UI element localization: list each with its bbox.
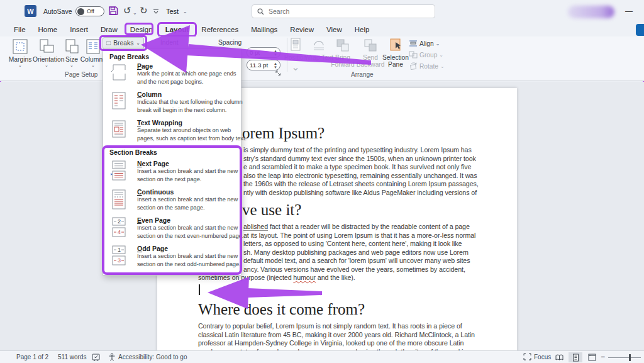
- tab-draw[interactable]: Draw: [94, 24, 124, 35]
- paragraph-line: Contrary to popular belief, Lorem Ipsum …: [198, 322, 462, 330]
- focus-mode-button[interactable]: Focus: [534, 354, 551, 360]
- zoom-slider-track[interactable]: [608, 357, 641, 358]
- tab-home[interactable]: Home: [32, 24, 64, 35]
- selection-pane-icon: [388, 38, 403, 53]
- word-application-window: W AutoSave Off ↺ ⌄ ↻ Test ⌄ — File Home …: [0, 0, 644, 363]
- spacing-after-field[interactable]: 11.3 pt ▲▼: [247, 60, 280, 70]
- page-indicator[interactable]: Page 1 of 2: [16, 354, 48, 360]
- status-bar: Page 1 of 2 511 words Accessibility: Goo…: [0, 350, 644, 363]
- menu-item-even-page[interactable]: 24 Even Page Insert a section break and …: [107, 216, 239, 244]
- svg-text:1: 1: [118, 247, 121, 253]
- paragraph-line: sh. Many desktop publishing packages and…: [243, 249, 469, 256]
- spinner-arrows-icon[interactable]: ▲▼: [274, 49, 277, 57]
- arrange-group-label: Arrange: [351, 71, 374, 78]
- orientation-button[interactable]: Orientation ⌄: [33, 38, 60, 68]
- search-box[interactable]: [252, 4, 435, 18]
- tab-file[interactable]: File: [8, 24, 32, 35]
- chevron-down-icon: ⌄: [436, 41, 440, 47]
- menu-item-column[interactable]: Column Indicate that the text following …: [107, 91, 239, 118]
- next-page-section-break-icon: [111, 160, 127, 182]
- read-mode-icon[interactable]: [552, 352, 566, 362]
- indent-header: Indent: [160, 39, 179, 46]
- margins-button[interactable]: Margins ⌄: [6, 38, 34, 68]
- paragraph-line: professor at Hampden-Sydney College in V…: [198, 339, 464, 347]
- svg-text:3: 3: [118, 257, 121, 264]
- autosave-state: Off: [87, 8, 94, 14]
- tab-references[interactable]: References: [195, 24, 245, 35]
- breaks-icon: [106, 40, 111, 47]
- breaks-dropdown-menu: Page Breaks Page Mark the point at which…: [103, 48, 242, 276]
- menu-item-next-page[interactable]: Next Page Insert a section break and sta…: [107, 160, 239, 187]
- paragraph-line: stry's standard dummy text ever since th…: [243, 155, 476, 162]
- paragraph-line: also the leap into electronic typesettin…: [243, 172, 477, 179]
- margins-icon: [12, 38, 28, 55]
- tab-design[interactable]: Design: [124, 24, 159, 35]
- tab-review[interactable]: Review: [284, 24, 320, 35]
- user-account-blurred[interactable]: [568, 6, 614, 18]
- menu-item-page[interactable]: Page Mark the point at which one page en…: [107, 62, 239, 90]
- undo-icon[interactable]: ↺: [123, 6, 131, 15]
- tab-insert[interactable]: Insert: [64, 24, 94, 35]
- proofing-errors-icon[interactable]: [92, 353, 100, 361]
- rotate-icon: [409, 62, 418, 70]
- toggle-knob-icon: [77, 8, 84, 15]
- word-count[interactable]: 511 words: [58, 354, 86, 360]
- customize-qat-icon[interactable]: [153, 8, 159, 14]
- accessibility-icon[interactable]: [108, 353, 116, 361]
- rotate-button: Rotate ⌄: [409, 62, 445, 70]
- heading-where-does-it-come-from: Where does it come from?: [198, 301, 365, 318]
- heading-why-do-we-use-it-partial: ve use it?: [242, 201, 301, 219]
- chevron-down-icon: ⌄: [439, 52, 443, 58]
- share-button-partial[interactable]: [636, 24, 644, 36]
- accessibility-status[interactable]: Accessibility: Good to go: [118, 354, 187, 360]
- odd-page-section-break-icon: 13: [111, 245, 127, 267]
- tab-layout-active[interactable]: Layout: [159, 24, 196, 35]
- bring-forward-button: Bring Forward: [328, 38, 357, 69]
- web-layout-icon[interactable]: [585, 352, 599, 362]
- paragraph-line: classical Latin literature from 45 BC, m…: [198, 331, 475, 338]
- selection-pane-button[interactable]: Selection Pane: [381, 38, 410, 69]
- minimize-button[interactable]: —: [624, 6, 634, 16]
- spacing-before-field[interactable]: 0 pt ▲▼: [247, 47, 280, 58]
- menu-item-text-wrapping[interactable]: Text Wrapping Separate text around objec…: [107, 119, 239, 147]
- misspelled-word: humour: [293, 274, 316, 281]
- chevron-down-icon: ⌄: [281, 61, 310, 73]
- tab-mailings[interactable]: Mailings: [245, 24, 284, 35]
- doc-title-chevron-icon[interactable]: ⌄: [183, 9, 187, 14]
- text-wrapping-break-icon: [111, 120, 127, 138]
- redo-icon[interactable]: ↻: [140, 6, 148, 15]
- document-title[interactable]: Test: [166, 8, 179, 15]
- paragraph-line: default model text, and a search for 'lo…: [243, 257, 470, 264]
- align-icon: [409, 40, 418, 47]
- zoom-out-button[interactable]: −: [601, 352, 605, 361]
- group-icon: [409, 51, 418, 59]
- bring-forward-icon: [335, 38, 350, 53]
- tab-view[interactable]: View: [320, 24, 348, 35]
- search-input[interactable]: [269, 8, 430, 15]
- undo-chevron-icon[interactable]: ⌄: [133, 10, 137, 16]
- spinner-arrows-icon[interactable]: ▲▼: [274, 62, 277, 69]
- spacing-header: Spacing: [218, 39, 242, 46]
- text-cursor: [199, 284, 200, 295]
- menu-item-odd-page[interactable]: 13 Odd Page Insert a section break and s…: [107, 245, 239, 272]
- chevron-down-icon: ⌄: [33, 63, 60, 68]
- focus-icon: [523, 353, 531, 360]
- paragraph-dialog-launcher-icon[interactable]: [275, 70, 281, 76]
- even-page-section-break-icon: 24: [111, 217, 127, 238]
- align-button[interactable]: Align ⌄: [409, 40, 440, 47]
- menu-item-continuous[interactable]: Continuous Insert a section break and st…: [107, 188, 239, 216]
- paragraph-line: at its layout. The point of using Lorem …: [243, 232, 475, 239]
- print-layout-icon[interactable]: [569, 352, 582, 362]
- chevron-down-icon: ⌄: [440, 64, 445, 69]
- paragraph-line: the 1960s with the release of Letraset s…: [243, 180, 479, 187]
- tab-help[interactable]: Help: [348, 24, 376, 35]
- save-icon[interactable]: [108, 6, 118, 16]
- orientation-icon: [38, 38, 55, 55]
- chevron-down-icon: ⌄: [136, 40, 140, 46]
- size-icon: [64, 38, 80, 55]
- breaks-button[interactable]: Breaks ⌄: [103, 37, 144, 49]
- word-logo-icon[interactable]: W: [25, 5, 36, 17]
- autosave-label: AutoSave: [43, 8, 72, 15]
- zoom-slider-handle[interactable]: [629, 354, 631, 361]
- autosave-toggle[interactable]: Off: [75, 6, 104, 16]
